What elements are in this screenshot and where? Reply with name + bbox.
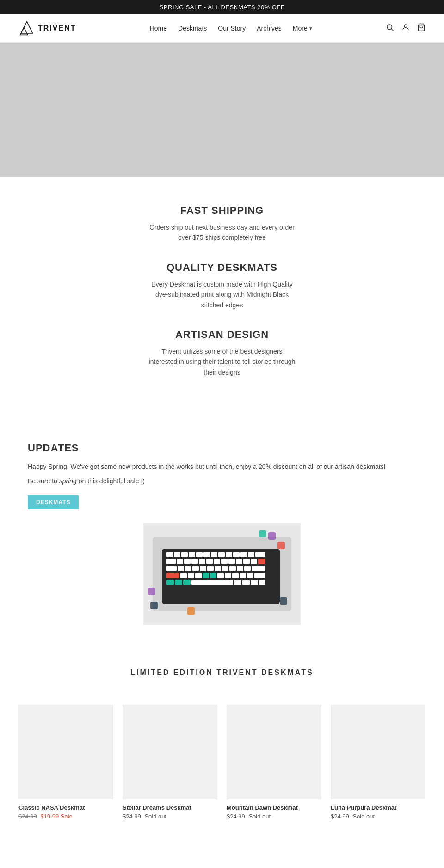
updates-title: UPDATES bbox=[28, 442, 416, 454]
feature-shipping-body: Orders ship out next business day and ev… bbox=[148, 222, 296, 243]
updates-spring-italic: spring bbox=[59, 477, 77, 485]
svg-rect-15 bbox=[211, 552, 217, 557]
search-icon bbox=[386, 23, 394, 31]
announcement-text: SPRING SALE - ALL DESKMATS 20% OFF bbox=[160, 4, 285, 11]
svg-point-4 bbox=[404, 25, 407, 27]
features-section: FAST SHIPPING Orders ship out next busin… bbox=[130, 177, 314, 424]
product-name-1: Stellar Dreams Deskmat bbox=[123, 804, 217, 811]
svg-rect-48 bbox=[180, 573, 187, 578]
original-price-0: $24.99 bbox=[18, 813, 37, 820]
product-name-2: Mountain Dawn Deskmat bbox=[227, 804, 321, 811]
svg-rect-26 bbox=[199, 559, 205, 564]
product-image-3 bbox=[331, 705, 426, 799]
hero-banner bbox=[0, 43, 444, 177]
svg-rect-33 bbox=[251, 559, 257, 564]
product-card-1[interactable]: Stellar Dreams Deskmat $24.99 Sold out bbox=[123, 705, 217, 820]
product-price-3: $24.99 Sold out bbox=[331, 813, 426, 820]
product-image-1 bbox=[123, 705, 217, 799]
svg-rect-20 bbox=[248, 552, 254, 557]
svg-rect-37 bbox=[185, 566, 191, 571]
updates-section: UPDATES Happy Spring! We've got some new… bbox=[0, 424, 444, 645]
svg-rect-23 bbox=[177, 559, 183, 564]
search-button[interactable] bbox=[386, 23, 394, 34]
announcement-bar: SPRING SALE - ALL DESKMATS 20% OFF bbox=[0, 0, 444, 14]
svg-rect-53 bbox=[217, 573, 224, 578]
svg-rect-54 bbox=[225, 573, 231, 578]
svg-rect-52 bbox=[210, 573, 216, 578]
original-price-1: $24.99 bbox=[123, 813, 141, 820]
svg-rect-18 bbox=[233, 552, 240, 557]
main-nav: Home Deskmats Our Story Archives More ▾ bbox=[150, 25, 312, 32]
cart-button[interactable] bbox=[417, 23, 426, 34]
svg-rect-41 bbox=[215, 566, 221, 571]
login-button[interactable] bbox=[401, 23, 410, 34]
svg-rect-42 bbox=[222, 566, 228, 571]
svg-rect-27 bbox=[206, 559, 213, 564]
svg-rect-65 bbox=[251, 580, 258, 585]
svg-marker-0 bbox=[21, 22, 32, 33]
product-card-3[interactable]: Luna Purpura Deskmat $24.99 Sold out bbox=[331, 705, 426, 820]
svg-rect-11 bbox=[181, 552, 188, 557]
svg-rect-38 bbox=[192, 566, 199, 571]
svg-rect-44 bbox=[237, 566, 243, 571]
svg-rect-64 bbox=[242, 580, 250, 585]
feature-shipping-title: FAST SHIPPING bbox=[148, 205, 296, 217]
nav-deskmats[interactable]: Deskmats bbox=[178, 25, 207, 32]
svg-marker-1 bbox=[20, 27, 28, 35]
svg-rect-31 bbox=[236, 559, 242, 564]
feature-artisan: ARTISAN DESIGN Trivent utilizes some of … bbox=[148, 329, 296, 377]
updates-paragraph1: Happy Spring! We've got some new product… bbox=[28, 462, 416, 472]
product-card-0[interactable]: Classic NASA Deskmat $24.99 $19.99 Sale bbox=[18, 705, 113, 820]
svg-rect-36 bbox=[178, 566, 184, 571]
product-card-2[interactable]: Mountain Dawn Deskmat $24.99 Sold out bbox=[227, 705, 321, 820]
svg-rect-72 bbox=[187, 607, 195, 615]
svg-rect-60 bbox=[175, 580, 182, 585]
svg-rect-61 bbox=[183, 580, 191, 585]
svg-rect-30 bbox=[228, 559, 235, 564]
limited-title: LIMITED EDITION TRIVENT DESKMATS bbox=[18, 668, 426, 677]
sale-badge-0: Sale bbox=[61, 813, 73, 820]
svg-rect-17 bbox=[226, 552, 232, 557]
chevron-down-icon: ▾ bbox=[309, 25, 312, 31]
svg-rect-59 bbox=[166, 580, 174, 585]
svg-rect-12 bbox=[189, 552, 195, 557]
sold-out-3: Sold out bbox=[352, 813, 375, 820]
svg-rect-25 bbox=[191, 559, 198, 564]
feature-artisan-title: ARTISAN DESIGN bbox=[148, 329, 296, 341]
svg-rect-69 bbox=[148, 588, 155, 595]
feature-quality-title: QUALITY DESKMATS bbox=[148, 262, 296, 274]
original-price-2: $24.99 bbox=[227, 813, 245, 820]
nav-our-story[interactable]: Our Story bbox=[218, 25, 246, 32]
svg-rect-49 bbox=[188, 573, 194, 578]
nav-home[interactable]: Home bbox=[150, 25, 167, 32]
product-price-2: $24.99 Sold out bbox=[227, 813, 321, 820]
svg-rect-28 bbox=[214, 559, 220, 564]
svg-rect-57 bbox=[247, 573, 253, 578]
sold-out-2: Sold out bbox=[248, 813, 271, 820]
svg-rect-62 bbox=[191, 580, 233, 585]
product-price-1: $24.99 Sold out bbox=[123, 813, 217, 820]
svg-rect-47 bbox=[166, 573, 179, 578]
sold-out-1: Sold out bbox=[144, 813, 166, 820]
limited-edition-section: LIMITED EDITION TRIVENT DESKMATS bbox=[0, 645, 444, 705]
feature-artisan-body: Trivent utilizes some of the best design… bbox=[148, 346, 296, 377]
svg-rect-29 bbox=[221, 559, 228, 564]
product-image-0 bbox=[18, 705, 113, 799]
product-image-2 bbox=[227, 705, 321, 799]
svg-point-2 bbox=[387, 25, 392, 30]
product-price-0: $24.99 $19.99 Sale bbox=[18, 813, 113, 820]
cart-icon bbox=[417, 23, 426, 31]
svg-rect-22 bbox=[166, 559, 176, 564]
svg-line-3 bbox=[391, 29, 393, 31]
deskmats-button[interactable]: DESKMATS bbox=[28, 495, 79, 509]
svg-rect-51 bbox=[203, 573, 209, 578]
feature-shipping: FAST SHIPPING Orders ship out next busin… bbox=[148, 205, 296, 243]
logo-link[interactable]: TRIVENT bbox=[18, 20, 76, 37]
svg-rect-68 bbox=[278, 542, 285, 549]
nav-archives[interactable]: Archives bbox=[257, 25, 282, 32]
nav-more-dropdown[interactable]: More ▾ bbox=[293, 25, 312, 32]
svg-rect-10 bbox=[174, 552, 180, 557]
site-header: TRIVENT Home Deskmats Our Story Archives… bbox=[0, 14, 444, 43]
svg-rect-34 bbox=[258, 559, 265, 564]
svg-rect-58 bbox=[254, 573, 265, 578]
